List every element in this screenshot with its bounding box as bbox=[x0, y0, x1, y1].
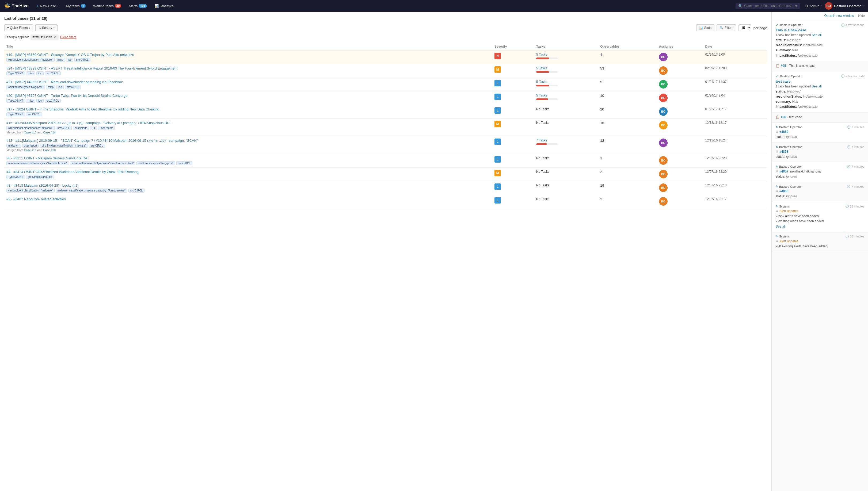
tag[interactable]: Type:OSINT bbox=[6, 99, 25, 103]
time-value: 7 minutes bbox=[851, 125, 864, 128]
observables-count: 2 bbox=[600, 197, 602, 201]
activity-case-title[interactable]: This is a new case bbox=[776, 28, 864, 32]
open-new-window-link[interactable]: Open in new window bbox=[824, 14, 854, 18]
tag[interactable]: osint:source-type="blog-post" bbox=[6, 85, 45, 89]
tag[interactable]: src:CIRCL bbox=[45, 99, 61, 103]
tags-row: Type:OSINTmispiocsrc:CIRCL bbox=[6, 71, 490, 76]
tag[interactable]: src:CthulhuSPRL.be bbox=[26, 175, 54, 179]
tasks-count[interactable]: 7 Tasks bbox=[536, 139, 547, 142]
case-title-link[interactable]: #4 - #3414 OSINT OSX/Pintsized Backdoor … bbox=[6, 170, 139, 174]
tag[interactable]: src:CIRCL bbox=[176, 161, 192, 165]
admin-button[interactable]: ⚙ Admin ▾ bbox=[805, 4, 822, 8]
tag[interactable]: ioc bbox=[66, 58, 73, 62]
tag[interactable]: malspam bbox=[6, 144, 21, 148]
case-num[interactable]: #25 bbox=[781, 64, 786, 68]
search-input[interactable] bbox=[744, 4, 794, 8]
tag[interactable]: circl:incident-classification="malware" bbox=[6, 58, 55, 62]
per-page-select[interactable]: 15 25 50 bbox=[738, 24, 751, 31]
tag[interactable]: ioc bbox=[36, 71, 44, 76]
time-value: a few seconds bbox=[845, 23, 864, 27]
clear-filters-button[interactable]: Clear filters bbox=[60, 35, 77, 39]
tag[interactable]: user report bbox=[22, 144, 39, 148]
alerts-button[interactable]: Alerts 191 bbox=[126, 2, 149, 10]
tag[interactable]: circl:incident-classification="malware" bbox=[6, 189, 55, 193]
tag[interactable]: src:CIRCL bbox=[129, 189, 144, 193]
case-num[interactable]: #26 bbox=[781, 115, 786, 119]
tag[interactable]: ioc bbox=[36, 99, 44, 103]
tag[interactable]: url bbox=[90, 126, 97, 130]
user-menu-button[interactable]: BO Bastard Operator ▾ bbox=[825, 2, 864, 10]
case-title-cell: #15 - #13:#3395 Malspam 2016-09-22 (.js … bbox=[4, 119, 492, 136]
quick-filters-button[interactable]: ▾ Quick Filters ▾ bbox=[4, 24, 33, 31]
case-title-link[interactable]: #3 - #3413 Malspam (2016-04-28) - Locky … bbox=[6, 183, 79, 187]
tag[interactable]: src:CIRCL bbox=[89, 144, 105, 148]
tag[interactable]: src:CIRCL bbox=[26, 112, 42, 116]
remove-filter-button[interactable]: ✕ bbox=[53, 35, 56, 39]
tag[interactable]: src:CIRCL bbox=[56, 126, 72, 130]
severity-cell: M bbox=[492, 64, 534, 78]
case-num[interactable]: #4860 bbox=[779, 189, 788, 193]
tag[interactable]: ioc bbox=[56, 85, 64, 89]
sort-by-button[interactable]: ⇅ Sort by ▾ bbox=[35, 24, 58, 31]
tasks-count[interactable]: 5 Tasks bbox=[536, 80, 547, 84]
case-title-link[interactable]: #17 - #3024 OSINT - In the Shadows: Vawt… bbox=[6, 107, 159, 111]
tag[interactable]: suspicious bbox=[73, 126, 89, 130]
filters-button[interactable]: 🔍 Filters bbox=[717, 24, 736, 31]
observables-count: 4 bbox=[600, 53, 602, 57]
tag[interactable]: user report bbox=[98, 126, 114, 130]
search-dropdown-icon[interactable]: ▾ bbox=[795, 4, 797, 8]
case-num[interactable]: #4859 bbox=[779, 130, 788, 134]
tasks-count[interactable]: 5 Tasks bbox=[536, 53, 547, 56]
tag[interactable]: src:CIRCL bbox=[74, 58, 90, 62]
see-all-link[interactable]: See all bbox=[812, 85, 822, 88]
tag[interactable]: src:CIRCL bbox=[45, 71, 61, 76]
tag[interactable]: misp bbox=[26, 71, 35, 76]
tasks-count[interactable]: 5 Tasks bbox=[536, 94, 547, 97]
severity-badge: L bbox=[495, 197, 501, 203]
tag[interactable]: circl:incident-classification="malware" bbox=[40, 144, 88, 148]
tag[interactable]: misp bbox=[26, 99, 35, 103]
case-title-link[interactable]: #6 - #3211 OSINT - Malspam delivers Nano… bbox=[6, 156, 89, 160]
global-search[interactable]: 🔍 ▾ bbox=[735, 3, 800, 9]
tag[interactable]: ms-caro-malware:malware-type="RemoteAcce… bbox=[6, 161, 69, 165]
stats-button[interactable]: 📊 Stats bbox=[696, 24, 715, 31]
tag[interactable]: Type:OSINT bbox=[6, 71, 25, 76]
activity-badge: ⬇ #4860 bbox=[776, 189, 864, 193]
tag[interactable]: src:CIRCL bbox=[65, 85, 81, 89]
tag[interactable]: malware_classification:malware-category=… bbox=[56, 189, 128, 193]
tag[interactable]: misp bbox=[46, 85, 55, 89]
activity-detail: status: Ignored bbox=[776, 135, 864, 140]
avatar: BO bbox=[659, 156, 668, 165]
case-title-link[interactable]: #2 - #3407 NanoCore related activities bbox=[6, 197, 66, 201]
case-title-link[interactable]: #12 - #11:[Malspam] 2016-09-15 -- "SCAN"… bbox=[6, 139, 198, 143]
activity-item: ↻ System 🕐 38 minutes ⬇ Alert updates 20… bbox=[772, 232, 868, 252]
tag[interactable]: Type:OSINT bbox=[6, 112, 25, 116]
app-logo[interactable]: 🐝 TheHive bbox=[4, 3, 28, 9]
case-title-link[interactable]: #20 - [MISP] #3107 OSINT - Turbo Twist: … bbox=[6, 94, 128, 97]
case-num[interactable]: #4857 bbox=[779, 170, 788, 173]
case-title-link[interactable]: #15 - #13:#3395 Malspam 2016-09-22 (.js … bbox=[6, 121, 171, 125]
chevron-down-icon: ▾ bbox=[820, 4, 822, 7]
see-all-link[interactable]: See all bbox=[812, 33, 822, 37]
tag[interactable]: circl:incident-classification="malware" bbox=[6, 126, 55, 130]
waiting-tasks-button[interactable]: Waiting tasks 30 bbox=[90, 2, 124, 10]
see-all-link[interactable]: See all bbox=[776, 225, 786, 228]
download-icon: ⬇ bbox=[776, 150, 778, 153]
case-ref-desc: - test case bbox=[787, 115, 802, 119]
tag[interactable]: misp bbox=[56, 58, 65, 62]
observables-count: 20 bbox=[600, 107, 604, 111]
tag[interactable]: osint:source-type="blog-post" bbox=[137, 161, 175, 165]
tag[interactable]: Type:OSINT bbox=[6, 175, 25, 179]
case-title-link[interactable]: #21 - [MISP] #4855 OSINT - Nemucod downl… bbox=[6, 80, 123, 84]
new-case-button[interactable]: + New Case ▾ bbox=[34, 2, 61, 10]
case-num[interactable]: #4858 bbox=[779, 150, 788, 153]
activity-case-title[interactable]: test case bbox=[776, 80, 864, 83]
case-title-link[interactable]: #24 - [MISP] #3329 OSINT - ASERT Threat … bbox=[6, 66, 177, 70]
tasks-count[interactable]: 5 Tasks bbox=[536, 66, 547, 70]
tag[interactable]: enisa:nefarious-activity-abuse="remote-a… bbox=[70, 161, 135, 165]
case-title-link[interactable]: #19 - [MISP] #3150 OSINT - Sofacy's 'Kom… bbox=[6, 53, 134, 57]
my-tasks-button[interactable]: My tasks 1 bbox=[63, 2, 88, 10]
hide-link[interactable]: Hide bbox=[858, 14, 865, 18]
avatar: BO bbox=[659, 121, 668, 129]
statistics-button[interactable]: 📊 Statistics bbox=[152, 2, 176, 10]
